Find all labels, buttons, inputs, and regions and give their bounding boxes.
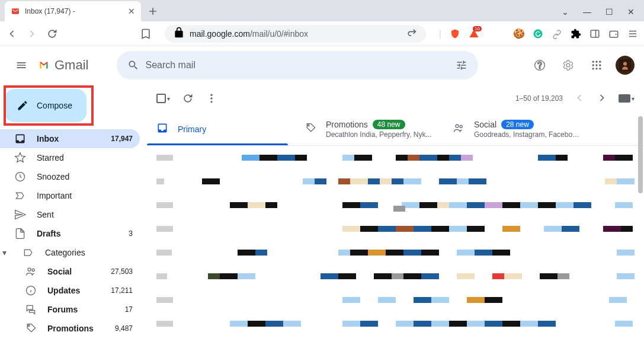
sidebar-subitem-label: Social [47,267,100,276]
tab-subtitle: Decathlon India, Pepperfry, Nyk... [326,130,432,139]
input-tools-button[interactable]: ▾ [619,94,635,103]
main-layout: Compose Inbox 17,947 Starred Snoozed Imp… [0,84,644,348]
refresh-button[interactable] [182,92,194,104]
email-row[interactable] [147,288,644,312]
select-all-checkbox[interactable]: ▾ [156,94,170,103]
gmail-header: Gmail [0,46,644,84]
sidebar-item-label: Important [37,191,133,200]
sidebar-item-snoozed[interactable]: Snoozed [0,167,140,186]
sidebar-item-inbox[interactable]: Inbox 17,947 [0,129,140,148]
clock-icon [14,171,26,183]
sidebar-subitem-forums[interactable]: Forums 17 [0,300,140,319]
tab-primary[interactable]: Primary [147,113,295,145]
search-icon[interactable] [121,53,145,77]
browser-tab[interactable]: Inbox (17,947) - ✕ [5,1,141,21]
svg-point-13 [599,68,601,69]
cookie-ext-icon[interactable]: 🍪 [514,28,524,39]
search-bar[interactable] [117,51,478,79]
link-ext-icon[interactable] [552,28,562,39]
email-row[interactable] [147,312,644,336]
svg-point-11 [592,68,594,69]
extensions-puzzle-icon[interactable] [571,28,581,39]
close-window-icon[interactable]: ✕ [627,7,635,17]
compose-button[interactable]: Compose [5,89,86,122]
sidebar-subitem-count: 17,211 [111,286,133,295]
browser-menu-icon[interactable] [627,28,638,39]
sidebar-subitem-promotions[interactable]: Promotions 9,487 [0,319,140,338]
maximize-icon[interactable]: ☐ [605,7,613,17]
email-row[interactable] [147,146,644,170]
bookmark-icon[interactable] [140,28,152,40]
prev-page-button[interactable] [573,92,585,106]
sidebar-subitem-social[interactable]: Social 27,503 [0,262,140,281]
main-menu-button[interactable] [9,53,33,77]
forward-button[interactable] [26,28,38,40]
apps-icon[interactable] [585,53,608,77]
sidebar-item-sent[interactable]: Sent [0,205,140,224]
wallet-icon[interactable] [608,28,619,39]
email-row[interactable] [147,241,644,264]
sidebar-subitem-label: Promotions [47,324,104,333]
search-input[interactable] [145,60,450,71]
share-icon[interactable] [406,27,418,41]
sidebar-item-drafts[interactable]: Drafts 3 [0,224,140,243]
support-icon[interactable] [528,53,552,77]
new-tab-button[interactable] [145,3,161,20]
sidebar-item-important[interactable]: Important [0,186,140,205]
sidebar-subitem-count: 17 [125,305,133,314]
svg-point-20 [210,94,212,96]
browser-tab-title: Inbox (17,947) - [25,7,123,15]
tag-icon [25,323,37,334]
tab-label: Primary [178,124,206,134]
tab-label: Social28 new [474,120,581,129]
browser-toolbar: mail.google.com/mail/u/0/#inbox | 10 🍪 [0,21,644,46]
tab-promotions[interactable]: Promotions48 new Decathlon India, Pepper… [295,113,443,145]
svg-point-18 [32,269,34,271]
email-row[interactable] [147,193,644,217]
svg-point-21 [210,97,212,99]
gmail-logo-icon [38,59,50,71]
svg-point-12 [595,68,597,69]
sidebar-item-starred[interactable]: Starred [0,148,140,167]
email-row[interactable] [147,264,644,288]
email-row[interactable] [147,170,644,193]
tab-label: Promotions48 new [326,120,432,129]
email-row[interactable] [147,217,644,241]
content-area: ▾ 1–50 of 19,203 ▾ Primary [147,84,644,348]
brave-rewards-icon[interactable]: 10 [469,28,479,39]
next-page-button[interactable] [596,92,608,106]
sidebar-subitem-updates[interactable]: Updates 17,211 [0,281,140,300]
scrollbar[interactable] [638,116,643,193]
back-button[interactable] [6,28,18,40]
chevron-down-icon: ▾ [632,95,635,102]
sidebar-item-label: Sent [37,210,133,219]
svg-point-22 [210,101,212,103]
brave-shield-icon[interactable] [450,28,460,39]
sidebar-subitem-label: Updates [47,286,100,295]
search-options-icon[interactable] [450,53,473,77]
new-badge: 48 new [373,120,405,129]
window-dropdown-icon[interactable]: ⌄ [562,7,569,17]
sidebar-item-categories[interactable]: ▾ Categories [0,243,140,262]
url-bar[interactable]: mail.google.com/mail/u/0/#inbox [165,25,426,43]
svg-point-7 [599,61,601,63]
gmail-logo[interactable]: Gmail [38,58,88,73]
header-right [528,53,635,77]
svg-point-5 [592,61,594,63]
reload-button[interactable] [46,28,58,40]
extensions-area: 10 🍪 [450,28,638,39]
more-actions-button[interactable] [206,92,217,104]
sidebar: Compose Inbox 17,947 Starred Snoozed Imp… [0,84,147,348]
account-avatar[interactable] [616,56,635,75]
tab-social[interactable]: Social28 new Goodreads, Instagram, Faceb… [443,113,591,145]
sidepanel-icon[interactable] [589,28,600,39]
svg-rect-1 [591,30,599,37]
people-icon [25,266,37,277]
sidebar-item-count: 17,947 [111,135,133,143]
minimize-icon[interactable]: — [583,7,591,17]
grammarly-ext-icon[interactable] [533,28,543,39]
new-badge: 28 new [501,120,534,129]
close-tab-icon[interactable]: ✕ [128,7,135,16]
settings-icon[interactable] [556,53,580,77]
browser-tab-strip: Inbox (17,947) - ✕ ⌄ — ☐ ✕ [0,0,644,21]
